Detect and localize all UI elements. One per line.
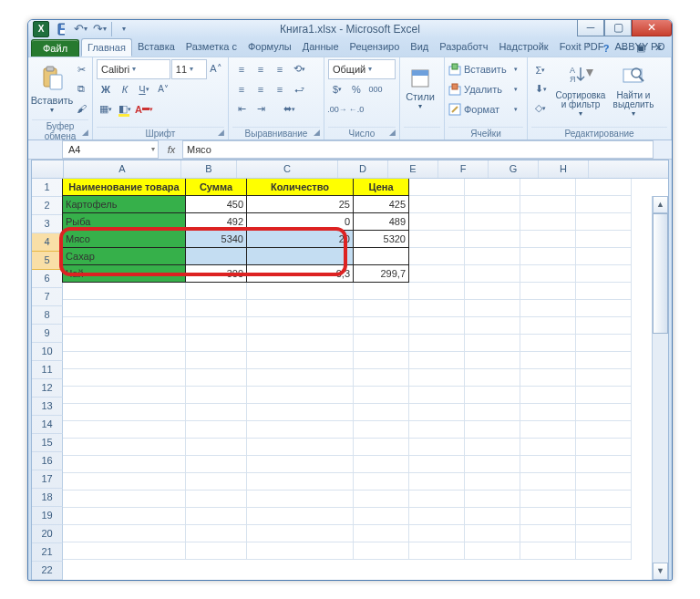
comma-button[interactable]: 000 <box>366 80 385 98</box>
cell[interactable] <box>409 421 465 439</box>
font-dialog-launcher[interactable]: ◢ <box>215 127 226 138</box>
delete-cells-button[interactable]: Удалить▾ <box>448 80 518 98</box>
cell[interactable]: 20 <box>246 230 354 248</box>
align-bottom-button[interactable]: ≡ <box>271 60 289 78</box>
name-box[interactable]: A4▾ <box>62 140 159 159</box>
cell[interactable] <box>63 369 186 387</box>
tab-file[interactable]: Файл <box>31 39 79 57</box>
row-header[interactable]: 7 <box>32 288 63 306</box>
cell[interactable]: 489 <box>353 212 409 231</box>
cell[interactable] <box>576 473 632 491</box>
cell[interactable] <box>247 525 354 542</box>
cell[interactable] <box>520 439 576 456</box>
cell[interactable] <box>576 542 632 560</box>
cell[interactable] <box>354 421 409 439</box>
help-icon[interactable]: ? <box>598 41 614 56</box>
wrap-text-button[interactable]: ⮐ <box>290 80 308 98</box>
cell[interactable] <box>354 508 409 525</box>
cell[interactable]: Сумма <box>185 179 247 196</box>
cell[interactable] <box>576 525 632 542</box>
vertical-scrollbar[interactable]: ▲ ▼ <box>652 196 668 580</box>
cell[interactable] <box>63 508 186 525</box>
cell[interactable] <box>354 525 409 542</box>
cell[interactable] <box>186 300 247 317</box>
row-header[interactable]: 11 <box>32 361 63 379</box>
cell[interactable] <box>576 508 632 525</box>
cell[interactable] <box>354 456 409 473</box>
cell[interactable]: Сахар <box>62 247 186 265</box>
format-painter-button[interactable]: 🖌 <box>72 99 90 118</box>
orientation-button[interactable]: ⟲▾ <box>290 60 308 78</box>
cell[interactable] <box>247 456 354 473</box>
cell[interactable] <box>576 387 632 404</box>
autosum-button[interactable]: Σ▾ <box>531 61 550 79</box>
formula-input[interactable]: Мясо <box>182 140 654 159</box>
cell[interactable] <box>354 369 409 387</box>
cell[interactable] <box>465 421 520 439</box>
cell[interactable]: 25 <box>246 195 354 213</box>
cell[interactable] <box>465 525 520 542</box>
fill-color-button[interactable]: ◧▾ <box>116 100 134 119</box>
row-header[interactable]: 6 <box>32 270 63 288</box>
cell[interactable] <box>186 421 247 439</box>
cell[interactable] <box>354 352 409 369</box>
row-header[interactable]: 22 <box>32 562 63 580</box>
cell[interactable] <box>409 525 465 542</box>
column-header[interactable]: C <box>237 160 338 178</box>
cell[interactable] <box>520 404 576 421</box>
cell[interactable] <box>520 525 576 542</box>
cell[interactable] <box>186 473 247 491</box>
row-header[interactable]: 13 <box>32 398 63 416</box>
cell[interactable] <box>247 439 354 456</box>
maximize-button[interactable]: ▢ <box>604 20 632 36</box>
row-header[interactable]: 3 <box>32 215 63 233</box>
row-header[interactable]: 5 <box>32 252 63 270</box>
row-header[interactable]: 20 <box>32 525 63 543</box>
row-header[interactable]: 9 <box>32 325 63 343</box>
cell[interactable] <box>409 404 465 421</box>
cell[interactable]: Чай <box>62 264 186 283</box>
clipboard-dialog-launcher[interactable]: ◢ <box>79 127 90 138</box>
cell[interactable] <box>354 300 409 317</box>
cell[interactable] <box>409 317 465 335</box>
cell[interactable] <box>465 439 520 456</box>
mdi-minimize-icon[interactable]: ─ <box>615 41 632 56</box>
clear-button[interactable]: ◇▾ <box>531 99 550 118</box>
cell[interactable] <box>247 283 354 300</box>
cells-area[interactable]: Наименование товараСуммаКоличествоЦенаКа… <box>63 179 668 580</box>
cell[interactable] <box>63 335 186 352</box>
decrease-font-button[interactable]: A˅ <box>154 80 172 98</box>
cell[interactable] <box>63 542 186 560</box>
cell[interactable] <box>465 404 520 421</box>
cell[interactable] <box>63 456 186 473</box>
row-header[interactable]: 8 <box>32 306 63 325</box>
underline-button[interactable]: Ч▾ <box>135 80 153 98</box>
increase-font-button[interactable]: A˄ <box>208 60 224 78</box>
cell[interactable] <box>520 387 576 404</box>
minimize-button[interactable]: ─ <box>577 20 604 36</box>
cell[interactable] <box>520 491 576 508</box>
italic-button[interactable]: К <box>116 80 134 98</box>
cell[interactable] <box>576 265 632 283</box>
increase-decimal-button[interactable]: .00→ <box>328 100 346 119</box>
cell[interactable] <box>520 421 576 439</box>
row-header[interactable]: 19 <box>32 507 63 525</box>
align-middle-button[interactable]: ≡ <box>252 60 270 78</box>
cell[interactable] <box>576 369 632 387</box>
cell[interactable] <box>186 335 247 352</box>
row-header[interactable]: 10 <box>32 343 63 361</box>
cell[interactable] <box>409 213 465 231</box>
ribbon-tab[interactable]: Разработч <box>434 38 493 57</box>
align-left-button[interactable]: ≡ <box>232 80 251 98</box>
font-family-combo[interactable]: Calibri▾ <box>97 59 170 79</box>
cell[interactable] <box>186 439 247 456</box>
cell[interactable] <box>520 317 576 335</box>
cell[interactable]: 5340 <box>185 230 247 248</box>
cell[interactable] <box>409 335 465 352</box>
cell[interactable] <box>409 300 465 317</box>
cell[interactable] <box>409 283 465 300</box>
cell[interactable] <box>63 421 186 439</box>
cell[interactable]: 450 <box>185 195 247 213</box>
row-header[interactable]: 18 <box>32 489 63 507</box>
cell[interactable]: 300 <box>185 264 247 283</box>
